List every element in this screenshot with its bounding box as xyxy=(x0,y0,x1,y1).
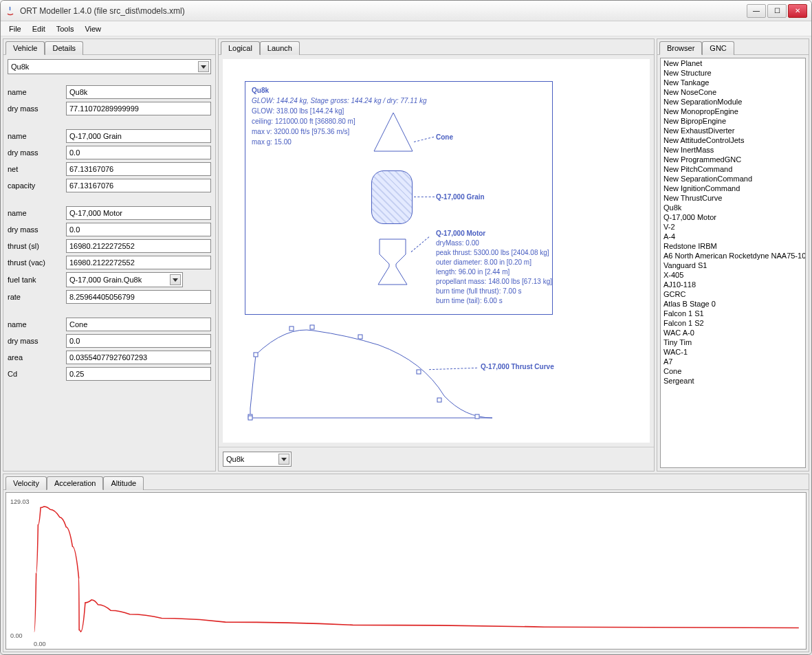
tc-point[interactable] xyxy=(310,325,315,330)
acceleration-chart xyxy=(6,493,806,649)
browser-list[interactable]: New PlanetNew StructureNew TankageNew No… xyxy=(660,58,806,468)
diag-title: Qu8k xyxy=(252,87,269,94)
list-item[interactable]: Q-17,000 Motor xyxy=(661,212,805,222)
tc-point[interactable] xyxy=(437,398,442,403)
y-min-label: 0.00 xyxy=(10,632,23,639)
list-item[interactable]: Falcon 1 S2 xyxy=(661,318,805,328)
text-input[interactable] xyxy=(66,318,211,331)
combo-value: Q-17,000 Grain.Qu8k xyxy=(69,276,142,284)
menu-tools[interactable]: Tools xyxy=(52,23,78,34)
text-input[interactable] xyxy=(66,239,211,253)
text-input[interactable] xyxy=(66,179,211,192)
list-item[interactable]: New PitchCommand xyxy=(661,164,805,174)
list-item[interactable]: New SeparationModule xyxy=(661,97,805,107)
text-input[interactable] xyxy=(66,223,211,236)
list-item[interactable]: Sergeant xyxy=(661,376,805,386)
text-input[interactable] xyxy=(66,256,211,269)
list-item[interactable]: WAC A-0 xyxy=(661,328,805,337)
tab-details[interactable]: Details xyxy=(45,41,83,55)
titlebar: ORT Modeller 1.4.0 (file src_dist\models… xyxy=(1,1,811,21)
field-label: name xyxy=(8,209,66,217)
list-item[interactable]: Redstone IRBM xyxy=(661,241,805,251)
list-item[interactable]: New ThrustCurve xyxy=(661,193,805,203)
vehicle-combo[interactable]: Qu8k xyxy=(8,59,211,74)
form-row: net xyxy=(8,162,211,176)
chart-area[interactable]: 129.03 0.00 0.00 xyxy=(6,492,806,650)
text-input[interactable] xyxy=(66,146,211,159)
tab-gnc[interactable]: GNC xyxy=(702,41,734,55)
tab-browser[interactable]: Browser xyxy=(659,41,702,55)
list-item[interactable]: Atlas B Stage 0 xyxy=(661,299,805,309)
form-row: dry mass xyxy=(8,102,211,115)
form-row: dry mass xyxy=(8,223,211,236)
menu-view[interactable]: View xyxy=(80,23,105,34)
list-item[interactable]: V-2 xyxy=(661,222,805,232)
maximize-button[interactable]: ☐ xyxy=(767,4,787,18)
list-item[interactable]: A6 North American Rocketdyne NAA75-100 xyxy=(661,251,805,260)
lower-panel: Velocity Acceleration Altitude 129.03 0.… xyxy=(3,474,809,652)
field-label: rate xyxy=(8,293,66,301)
text-input[interactable] xyxy=(66,129,211,143)
tc-point[interactable] xyxy=(417,370,421,375)
list-item[interactable]: A7 xyxy=(661,357,805,366)
text-input[interactable] xyxy=(66,206,211,220)
grain-label: Q-17,000 Grain xyxy=(436,193,485,201)
fuel-tank-combo[interactable]: Q-17,000 Grain.Qu8k xyxy=(66,272,183,287)
tc-point[interactable] xyxy=(289,326,294,331)
menu-edit[interactable]: Edit xyxy=(28,23,50,34)
tc-point[interactable] xyxy=(248,416,253,421)
list-item[interactable]: New MonopropEngine xyxy=(661,107,805,116)
list-item[interactable]: New BipropEngine xyxy=(661,116,805,126)
tab-acceleration[interactable]: Acceleration xyxy=(47,476,104,490)
list-item[interactable]: X-405 xyxy=(661,270,805,280)
list-item[interactable]: New SeparationCommand xyxy=(661,174,805,184)
text-input[interactable] xyxy=(66,367,211,381)
tab-velocity[interactable]: Velocity xyxy=(6,476,47,490)
list-item[interactable]: New AttitudeControlJets xyxy=(661,135,805,145)
minimize-button[interactable]: — xyxy=(747,4,766,18)
text-input[interactable] xyxy=(66,290,211,304)
list-item[interactable]: AJ10-118 xyxy=(661,280,805,289)
list-item[interactable]: New NoseCone xyxy=(661,87,805,97)
tab-vehicle[interactable]: Vehicle xyxy=(6,41,45,55)
list-item[interactable]: Tiny Tim xyxy=(661,337,805,347)
field-label: name xyxy=(8,320,66,329)
list-item[interactable]: WAC-1 xyxy=(661,347,805,357)
tab-logical[interactable]: Logical xyxy=(221,41,260,55)
list-item[interactable]: New ExhaustDiverter xyxy=(661,126,805,135)
close-button[interactable]: ✕ xyxy=(788,4,807,18)
list-item[interactable]: Falcon 1 S1 xyxy=(661,309,805,318)
list-item[interactable]: Vanguard S1 xyxy=(661,260,805,270)
text-input[interactable] xyxy=(66,102,211,115)
tc-point[interactable] xyxy=(475,414,480,419)
list-item[interactable]: New Planet xyxy=(661,58,805,68)
motor-line-4: propellant mass: 148.00 lbs [67.13 kg] xyxy=(436,278,552,285)
menu-file[interactable]: File xyxy=(5,23,25,34)
vehicle-combo-value: Qu8k xyxy=(11,63,29,71)
list-item[interactable]: New Structure xyxy=(661,68,805,78)
motor-line-5: burn time (full thrust): 7.00 s xyxy=(436,287,522,295)
motor-line-3: length: 96.00 in [2.44 m] xyxy=(436,268,509,276)
motor-line-2: outer diameter: 8.00 in [0.20 m] xyxy=(436,258,531,266)
text-input[interactable] xyxy=(66,334,211,348)
text-input[interactable] xyxy=(66,85,211,99)
tab-altitude[interactable]: Altitude xyxy=(103,476,144,490)
list-item[interactable]: A-4 xyxy=(661,232,805,241)
field-label: fuel tank xyxy=(8,276,66,284)
list-item[interactable]: New IgnitionCommand xyxy=(661,184,805,193)
tab-launch[interactable]: Launch xyxy=(260,41,300,55)
list-item[interactable]: New InertMass xyxy=(661,145,805,155)
list-item[interactable]: Qu8k xyxy=(661,203,805,212)
tc-point[interactable] xyxy=(358,335,363,340)
right-panel: Browser GNC New PlanetNew StructureNew T… xyxy=(657,38,809,471)
text-input[interactable] xyxy=(66,351,211,364)
motor-shape xyxy=(375,239,410,287)
text-input[interactable] xyxy=(66,162,211,176)
tc-point[interactable] xyxy=(254,353,259,357)
list-item[interactable]: New Tankage xyxy=(661,78,805,87)
list-item[interactable]: New ProgrammedGNC xyxy=(661,155,805,164)
list-item[interactable]: Cone xyxy=(661,366,805,376)
diagram-area[interactable]: Qu8k GLOW: 144.24 kg, Stage gross: 144.2… xyxy=(223,59,650,443)
list-item[interactable]: GCRC xyxy=(661,289,805,299)
center-bottom-combo[interactable]: Qu8k xyxy=(223,452,292,467)
